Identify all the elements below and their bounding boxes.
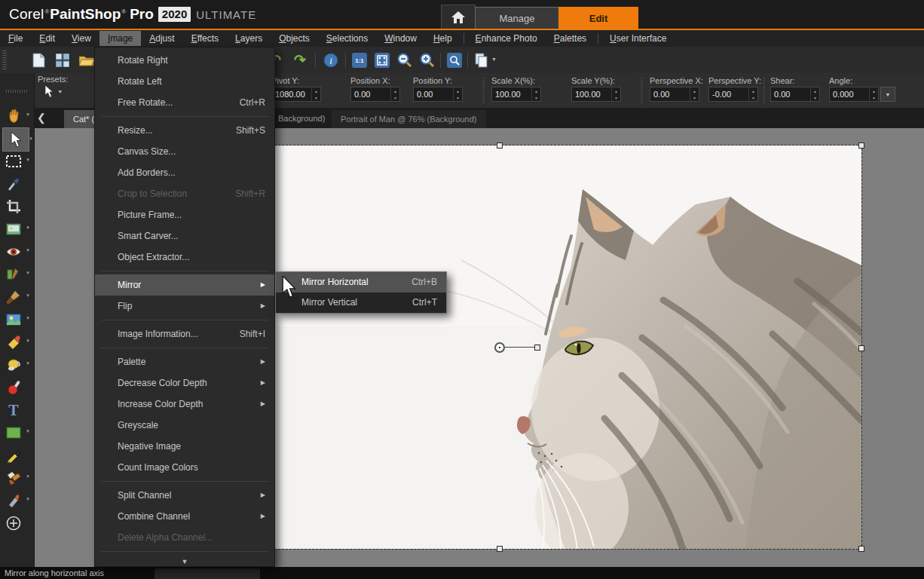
clone-tool-button[interactable] [3, 219, 24, 239]
menu-item-add-borders[interactable]: Add Borders... [95, 162, 274, 183]
preset-shape-tool-button[interactable] [3, 423, 24, 443]
selection-handle-top-right[interactable] [858, 142, 864, 149]
paint-brush-tool-button[interactable] [3, 287, 24, 307]
selection-handle-top-center[interactable] [497, 142, 503, 149]
menu-item-canvas-size[interactable]: Canvas Size... [95, 141, 274, 162]
picture-tool-caret[interactable]: ▼ [26, 316, 30, 320]
menu-item-decrease-color-depth[interactable]: Decrease Color Depth▶ [95, 372, 274, 394]
menu-item-increase-color-depth[interactable]: Increase Color Depth▶ [95, 394, 274, 415]
selection-tool-button[interactable] [3, 152, 24, 171]
tab-scroll-left-chevron[interactable]: ❮ [37, 112, 46, 124]
menu-item-resize[interactable]: Resize...Shift+S [95, 120, 274, 141]
browse-button[interactable] [53, 51, 72, 70]
zoom-one-to-one-button[interactable]: 1:1 [350, 51, 369, 70]
workspace-tab-manage[interactable]: Manage [475, 7, 559, 29]
eraser-tool-caret[interactable]: ▼ [26, 339, 30, 343]
picture-tube-tool-button[interactable] [3, 468, 24, 488]
menu-item-negative-image[interactable]: Negative Image [95, 436, 274, 457]
fit-to-window-button[interactable] [372, 51, 392, 70]
picture-tube-tool-caret[interactable]: ▼ [26, 474, 30, 479]
menu-item-mirror[interactable]: Mirror▶ [95, 274, 274, 296]
selection-tool-caret[interactable]: ▼ [26, 158, 30, 162]
document-tab-portrait[interactable]: Portrait of Man @ 76% (Background) [332, 110, 486, 128]
angle-dropdown-button[interactable]: ▼ [880, 87, 895, 102]
preset-shape-tool-caret[interactable]: ▼ [26, 429, 30, 433]
menu-adjust[interactable]: Adjust [141, 31, 182, 46]
color-changer-tool-button[interactable] [3, 378, 24, 397]
paint-brush-tool-caret[interactable]: ▼ [26, 293, 30, 298]
home-button[interactable] [441, 5, 476, 29]
new-file-button[interactable] [29, 51, 48, 70]
menu-scroll-down-arrow[interactable]: ▼ [95, 558, 274, 565]
menu-file[interactable]: File [0, 31, 31, 46]
menu-help[interactable]: Help [425, 31, 460, 46]
selection-handle-bottom-center[interactable] [497, 546, 503, 552]
menu-window[interactable]: Window [376, 31, 425, 46]
submenu-item-mirror-vertical[interactable]: Mirror VerticalCtrl+T [276, 293, 446, 313]
airbrush-tool-caret[interactable]: ▼ [26, 497, 30, 501]
menu-item-free-rotate[interactable]: Free Rotate...Ctrl+R [95, 92, 274, 113]
tools-toolbar-grip[interactable] [6, 90, 27, 93]
red-eye-tool-button[interactable] [3, 242, 24, 262]
zoom-out-button[interactable] [395, 51, 415, 70]
clone-tool-caret[interactable]: ▼ [26, 225, 30, 230]
copy-button[interactable] [472, 51, 491, 70]
menu-item-flip[interactable]: Flip▶ [95, 296, 274, 317]
menu-item-object-extractor[interactable]: Object Extractor... [95, 247, 274, 268]
add-tools-button[interactable] [3, 513, 24, 533]
red-eye-tool-caret[interactable]: ▼ [26, 248, 30, 253]
pivot-y-field[interactable]: 1080.00▲▼ [271, 87, 321, 102]
menu-selections[interactable]: Selections [318, 31, 376, 46]
pan-tool-caret[interactable]: ▼ [26, 112, 30, 117]
menu-edit[interactable]: Edit [31, 31, 63, 46]
shear-field[interactable]: 0.00▲▼ [770, 87, 820, 102]
workspace-tab-edit[interactable]: Edit [558, 7, 638, 29]
redo-button[interactable]: ↷ [290, 51, 310, 70]
menu-user-interface[interactable]: User Interface [601, 31, 675, 46]
position-x-field[interactable]: 0.00▲▼ [350, 87, 400, 102]
flood-fill-tool-caret[interactable]: ▼ [26, 361, 30, 366]
toolbar-grip[interactable] [2, 51, 7, 70]
menu-item-count-image-colors[interactable]: Count Image Colors [95, 457, 274, 478]
makeover-tool-button[interactable] [3, 265, 24, 284]
menu-effects[interactable]: Effects [183, 31, 227, 46]
selection-handle-bottom-right[interactable] [858, 546, 864, 552]
menu-item-smart-carver[interactable]: Smart Carver... [95, 225, 274, 247]
menu-item-greyscale[interactable]: Greyscale [95, 415, 274, 436]
pick-tool-caret[interactable]: ▼ [29, 136, 33, 141]
angle-field[interactable]: 0.000▲▼ [829, 87, 879, 102]
zoom-in-button[interactable] [418, 51, 437, 70]
presets-control[interactable]: Presets: ▼ [38, 75, 68, 97]
perspective-x-field[interactable]: 0.00▲▼ [650, 87, 699, 102]
menu-enhance-photo[interactable]: Enhance Photo [467, 31, 546, 46]
menu-item-picture-frame[interactable]: Picture Frame... [95, 204, 274, 225]
rotation-handle[interactable] [534, 345, 540, 351]
menu-view[interactable]: View [63, 31, 99, 46]
menu-item-image-information[interactable]: Image Information...Shift+I [95, 323, 274, 345]
menu-item-split-channel[interactable]: Split Channel▶ [95, 485, 274, 506]
menu-item-rotate-right[interactable]: Rotate Right [95, 50, 274, 71]
menu-image[interactable]: Image [99, 31, 141, 46]
dropper-tool-button[interactable] [3, 174, 24, 194]
eraser-tool-button[interactable] [3, 332, 24, 352]
text-tool-button[interactable]: T [3, 400, 24, 420]
position-y-field[interactable]: 0.00▲▼ [413, 87, 463, 102]
copy-dropdown-caret[interactable]: ▼ [491, 57, 497, 62]
menu-palettes[interactable]: Palettes [546, 31, 595, 46]
pivot-point-handle[interactable] [494, 342, 505, 353]
perspective-y-field[interactable]: -0.00▲▼ [708, 87, 758, 102]
crop-tool-button[interactable] [3, 197, 24, 216]
pan-tool-button[interactable] [3, 106, 24, 126]
menu-objects[interactable]: Objects [271, 31, 318, 46]
menu-item-rotate-left[interactable]: Rotate Left [95, 71, 274, 92]
flood-fill-tool-button[interactable] [3, 355, 24, 375]
menu-layers[interactable]: Layers [227, 31, 271, 46]
scale-x-field[interactable]: 100.00▲▼ [491, 87, 541, 102]
pick-tool-button[interactable] [2, 127, 29, 152]
image-canvas[interactable] [241, 146, 861, 549]
picture-tool-button[interactable] [3, 310, 24, 329]
pen-tool-button[interactable] [3, 446, 24, 465]
makeover-tool-caret[interactable]: ▼ [26, 271, 30, 275]
submenu-item-mirror-horizontal[interactable]: Mirror HorizontalCtrl+B [276, 272, 446, 293]
image-information-button[interactable]: i [321, 51, 341, 70]
